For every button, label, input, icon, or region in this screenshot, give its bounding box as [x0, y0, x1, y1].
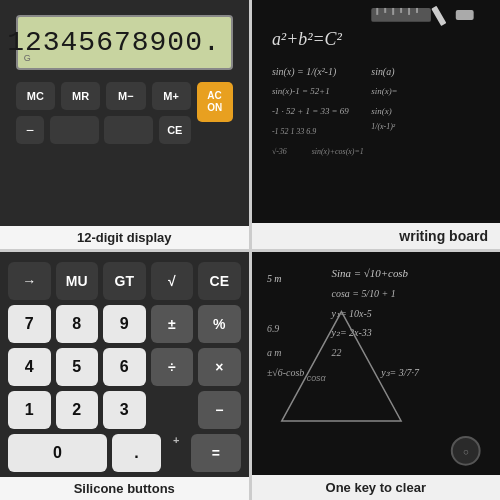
keypad-row-2: 7 8 9 ± % [8, 305, 241, 343]
svg-rect-2 [376, 8, 378, 15]
arrow-right-key[interactable]: → [8, 262, 51, 300]
two-key[interactable]: 2 [56, 391, 99, 429]
percent-key[interactable]: % [198, 305, 241, 343]
svg-text:○: ○ [462, 445, 468, 456]
svg-text:√-36: √-36 [271, 147, 286, 156]
ac-on-button[interactable]: ACON [197, 82, 233, 122]
display-label: 12-digit display [0, 226, 249, 249]
mu-key[interactable]: MU [56, 262, 99, 300]
keypad-row-5: 0 . + = [8, 434, 241, 472]
empty-key-row4 [151, 391, 194, 429]
lcd-screen: G 12345678900. [16, 15, 233, 70]
eight-key[interactable]: 8 [56, 305, 99, 343]
empty-btn2 [104, 116, 153, 144]
memory-buttons-row: MC MR M− M+ − CE ACON [16, 82, 233, 144]
minus-key[interactable]: − [198, 391, 241, 429]
bottom-row: − CE [16, 116, 191, 144]
writing-board-label: writing board [252, 223, 501, 249]
svg-rect-5 [400, 8, 402, 13]
memory-row: MC MR M− M+ [16, 82, 191, 110]
svg-text:6.9: 6.9 [266, 322, 278, 333]
writing-board-panel-top: a²+b²=C² sin(x) = 1/(x²-1) sin(a) sin(x)… [252, 0, 501, 249]
dot-key[interactable]: . [112, 434, 161, 472]
writing-board-svg: a²+b²=C² sin(x) = 1/(x²-1) sin(a) sin(x)… [252, 0, 501, 249]
six-key[interactable]: 6 [103, 348, 146, 386]
calculator-display-panel: G 12345678900. MC MR M− M+ − CE [0, 0, 249, 249]
keypad-row-1: → MU GT √ CE [8, 262, 241, 300]
svg-rect-7 [416, 8, 418, 13]
svg-text:y₃= 3/7·7: y₃= 3/7·7 [380, 367, 420, 378]
four-key[interactable]: 4 [8, 348, 51, 386]
mplus-button[interactable]: M+ [152, 82, 191, 110]
svg-text:-1 · 52 + 1 = 33 = 69: -1 · 52 + 1 = 33 = 69 [271, 106, 348, 116]
mc-button[interactable]: MC [16, 82, 55, 110]
g-label: G [24, 53, 31, 63]
one-key[interactable]: 1 [8, 391, 51, 429]
svg-text:±√6-cosb: ±√6-cosb [266, 367, 303, 378]
svg-rect-3 [384, 8, 386, 13]
gt-key[interactable]: GT [103, 262, 146, 300]
clear-label: One key to clear [252, 475, 501, 500]
svg-text:sin(x)+cos(x)=1: sin(x)+cos(x)=1 [311, 147, 363, 156]
svg-text:a²+b²=C²: a²+b²=C² [271, 29, 342, 49]
five-key[interactable]: 5 [56, 348, 99, 386]
seven-key[interactable]: 7 [8, 305, 51, 343]
writing-board-panel-bottom: 5 m Sina = √10+cosb cosa = 5/10 + 1 y₁= … [252, 252, 501, 501]
svg-text:cosα: cosα [306, 373, 326, 383]
mr-button[interactable]: MR [61, 82, 100, 110]
svg-text:sin(a): sin(a) [371, 66, 394, 78]
keypad-row-3: 4 5 6 ÷ × [8, 348, 241, 386]
svg-rect-4 [392, 8, 394, 15]
svg-text:1/(x-1)²: 1/(x-1)² [371, 122, 396, 131]
mminus-button[interactable]: M− [106, 82, 145, 110]
multiply-key[interactable]: × [198, 348, 241, 386]
svg-text:22: 22 [331, 347, 341, 358]
divide-key[interactable]: ÷ [151, 348, 194, 386]
svg-text:sin(x) = 1/(x²-1): sin(x) = 1/(x²-1) [271, 66, 335, 78]
display-number: 12345678900. [7, 27, 221, 58]
three-key[interactable]: 3 [103, 391, 146, 429]
svg-text:5   m: 5 m [266, 272, 281, 283]
silicone-label: Silicone buttons [0, 477, 249, 500]
svg-text:sin(x): sin(x) [371, 106, 391, 116]
zero-key[interactable]: 0 [8, 434, 107, 472]
svg-text:Sina = √10+cosb: Sina = √10+cosb [331, 266, 408, 278]
empty-btn1 [50, 116, 99, 144]
ce-button[interactable]: CE [159, 116, 191, 144]
keypad-row-4: 1 2 3 − [8, 391, 241, 429]
memory-buttons-group: MC MR M− M+ − CE [16, 82, 191, 144]
minus-small-button[interactable]: − [16, 116, 44, 144]
ce-key[interactable]: CE [198, 262, 241, 300]
svg-rect-6 [408, 8, 410, 15]
svg-text:sin(x)=: sin(x)= [371, 86, 397, 96]
writing-board-bottom-svg: 5 m Sina = √10+cosb cosa = 5/10 + 1 y₁= … [252, 252, 501, 501]
svg-text:-1   52   1   33   6.9: -1 52 1 33 6.9 [271, 127, 315, 136]
nine-key[interactable]: 9 [103, 305, 146, 343]
sqrt-key[interactable]: √ [151, 262, 194, 300]
plusminus-key[interactable]: ± [151, 305, 194, 343]
equals-key[interactable]: = [191, 434, 240, 472]
svg-rect-9 [455, 10, 473, 20]
svg-text:cosa = 5/10 + 1: cosa = 5/10 + 1 [331, 287, 395, 298]
svg-text:y₁= 10x-5: y₁= 10x-5 [330, 307, 371, 318]
plus-key[interactable]: + [166, 434, 186, 472]
svg-text:a   m: a m [266, 347, 281, 358]
keypad-panel: → MU GT √ CE 7 8 9 ± % 4 5 6 ÷ × 1 2 3 − [0, 252, 249, 501]
main-grid: G 12345678900. MC MR M− M+ − CE [0, 0, 500, 500]
svg-text:sin(x)-1 = 52+1: sin(x)-1 = 52+1 [271, 86, 329, 96]
